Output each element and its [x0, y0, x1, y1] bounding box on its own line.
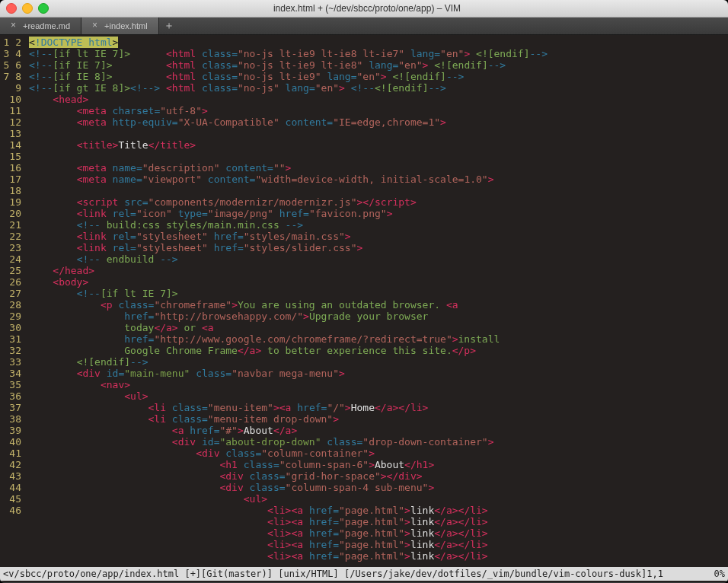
- tab-readme[interactable]: × +readme.md: [0, 18, 81, 34]
- app-window: index.html + (~/dev/sbcc/proto/one/app) …: [0, 0, 728, 583]
- tabbar: × +readme.md × +index.html ＋: [0, 18, 728, 35]
- tab-label: +readme.md: [23, 21, 70, 30]
- window-title: index.html + (~/dev/sbcc/proto/one/app) …: [12, 3, 722, 14]
- new-tab-button[interactable]: ＋: [159, 18, 179, 34]
- tab-index[interactable]: × +index.html: [81, 18, 159, 34]
- close-tab-icon[interactable]: ×: [92, 22, 100, 30]
- code-area[interactable]: <!DOCTYPE html> <!--[if lt IE 7]> <html …: [24, 35, 728, 567]
- close-tab-icon[interactable]: ×: [11, 22, 18, 30]
- line-number-gutter: 1 2 3 4 5 6 7 8 9 10 11 12 13 14 15 16 1…: [0, 35, 24, 567]
- status-left: <v/sbcc/proto/one/app/index.html [+][Git…: [3, 569, 663, 579]
- titlebar: index.html + (~/dev/sbcc/proto/one/app) …: [0, 0, 728, 18]
- statusbar: <v/sbcc/proto/one/app/index.html [+][Git…: [0, 567, 728, 581]
- editor[interactable]: 1 2 3 4 5 6 7 8 9 10 11 12 13 14 15 16 1…: [0, 35, 728, 567]
- tab-label: +index.html: [104, 21, 148, 30]
- status-right: 0%: [714, 569, 725, 579]
